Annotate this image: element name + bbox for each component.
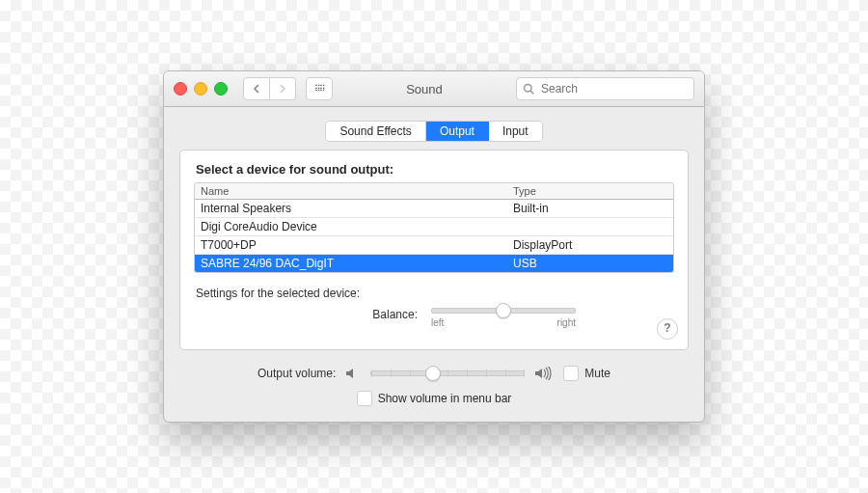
tab-input[interactable]: Input [489, 122, 542, 141]
tab-row: Sound Effects Output Input [164, 107, 704, 150]
device-name: SABRE 24/96 DAC_DigIT [195, 255, 507, 272]
column-type[interactable]: Type [507, 183, 673, 199]
balance-right-label: right [557, 317, 576, 328]
search-icon [523, 83, 534, 95]
grid-icon: ⠿⠿ [314, 87, 324, 91]
svg-point-0 [525, 85, 532, 93]
tab-output[interactable]: Output [426, 122, 489, 141]
table-row[interactable]: SABRE 24/96 DAC_DigIT USB [195, 255, 673, 272]
table-row[interactable]: Internal Speakers Built-in [195, 200, 673, 218]
table-row[interactable]: Digi CoreAudio Device [195, 218, 673, 236]
footer: Output volume: [164, 360, 704, 422]
minimize-icon[interactable] [194, 82, 207, 96]
search-input[interactable] [539, 81, 688, 96]
device-type: Built-in [507, 200, 673, 217]
speaker-low-icon [345, 367, 361, 380]
balance-label: Balance: [292, 308, 418, 321]
window-title: Sound [342, 82, 506, 96]
nav-back-forward [243, 77, 296, 100]
column-name[interactable]: Name [195, 183, 507, 199]
speaker-high-icon [534, 367, 554, 380]
output-panel: Select a device for sound output: Name T… [179, 150, 689, 350]
device-type: USB [507, 255, 673, 272]
device-name: Internal Speakers [195, 200, 507, 217]
device-type: DisplayPort [507, 236, 673, 254]
output-volume-label: Output volume: [258, 367, 336, 380]
output-volume-slider[interactable] [370, 370, 525, 376]
mute-label: Mute [584, 367, 610, 380]
forward-button[interactable] [270, 77, 296, 100]
table-header: Name Type [195, 183, 673, 200]
window-toolbar: ⠿⠿ Sound [164, 71, 704, 107]
panel-heading: Select a device for sound output: [196, 162, 674, 177]
chevron-right-icon [279, 84, 286, 94]
tab-sound-effects[interactable]: Sound Effects [326, 122, 426, 141]
settings-label: Settings for the selected device: [196, 287, 674, 300]
help-button[interactable]: ? [657, 318, 678, 340]
show-all-button[interactable]: ⠿⠿ [306, 77, 333, 100]
window-controls [174, 82, 228, 96]
segmented-tabs: Sound Effects Output Input [325, 121, 542, 142]
back-button[interactable] [243, 77, 270, 100]
balance-row: Balance: left right [194, 308, 674, 328]
device-name: T7000+DP [195, 236, 507, 254]
balance-slider[interactable]: left right [431, 308, 576, 328]
mute-checkbox[interactable]: Mute [563, 366, 610, 381]
checkbox-icon[interactable] [357, 391, 372, 406]
search-field[interactable] [516, 77, 694, 100]
chevron-left-icon [253, 84, 260, 94]
device-table: Name Type Internal Speakers Built-in Dig… [194, 182, 674, 273]
volume-knob[interactable] [425, 366, 441, 381]
device-type [507, 218, 673, 235]
output-volume-row: Output volume: [179, 366, 689, 381]
show-volume-menubar-checkbox[interactable]: Show volume in menu bar [179, 391, 689, 406]
device-name: Digi CoreAudio Device [195, 218, 507, 235]
table-row[interactable]: T7000+DP DisplayPort [195, 236, 673, 255]
show-volume-label: Show volume in menu bar [378, 392, 512, 405]
zoom-icon[interactable] [214, 82, 228, 96]
checkbox-icon[interactable] [563, 366, 579, 381]
balance-left-label: left [431, 317, 444, 328]
close-icon[interactable] [174, 82, 187, 96]
balance-knob[interactable] [496, 303, 511, 318]
sound-preferences-window: ⠿⠿ Sound Sound Effects Output Input Sele… [163, 70, 705, 423]
